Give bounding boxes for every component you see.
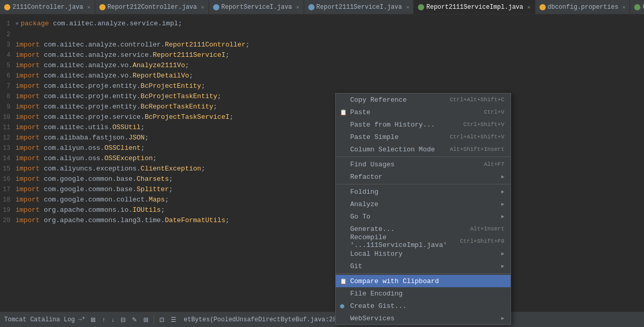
menu-item-file-encoding[interactable]: File Encoding: [336, 287, 511, 300]
submenu-arrow-icon: ▶: [501, 201, 504, 207]
menu-item-local-history[interactable]: Local History ▶: [336, 247, 511, 260]
code-line: 3 import com.aiitec.analyze.controller.R…: [0, 40, 644, 50]
bottom-btn-8[interactable]: ☰: [169, 315, 178, 324]
code-line: 13 import com.aliyun.oss.OSSClient;: [0, 143, 644, 153]
code-line: 12 import com.alibaba.fastjson.JSON;: [0, 133, 644, 143]
code-line: 10 import com.aiitec.proje.service.BcPro…: [0, 112, 644, 122]
menu-label: Compare with Clipboard: [350, 277, 439, 285]
tab-report212controller[interactable]: Report212Controller.java ✕: [95, 0, 209, 14]
code-line: 2: [0, 29, 644, 40]
bottom-btn-6[interactable]: ⊞: [141, 315, 151, 324]
submenu-arrow-icon: ▶: [501, 251, 504, 257]
menu-label: File Encoding: [350, 290, 402, 298]
code-line: 17 import com.google.common.base.Splitte…: [0, 184, 644, 195]
menu-item-recompile[interactable]: Recompile '...111ServiceImpl.java' Ctrl+…: [336, 235, 511, 247]
tab-close-btn[interactable]: ✕: [87, 4, 91, 10]
menu-item-refactor[interactable]: Refactor ▶: [336, 170, 511, 183]
bottom-btn-4[interactable]: ⊟: [118, 315, 128, 324]
menu-item-copy-reference[interactable]: Copy Reference Ctrl+Alt+Shift+C: [336, 94, 511, 106]
menu-item-folding[interactable]: Folding ▶: [336, 185, 511, 198]
tab-report2111servicei[interactable]: Report2111ServiceI.java ✕: [304, 0, 414, 14]
bottom-toolbar: ⊠ ↑ ↓ ⊟ ✎ ⊞ ⊡ ☰: [88, 315, 178, 324]
menu-item-compare-clipboard[interactable]: 📋 Compare with Clipboard: [336, 275, 511, 287]
code-line: 4 import com.aiitec.analyze.service.Repo…: [0, 50, 644, 60]
gist-icon: ⬤: [340, 304, 345, 308]
tab-label: ReportServiceI.java: [221, 4, 292, 11]
tab-dbconfig[interactable]: dbconfig.properties ✕: [535, 0, 631, 14]
menu-shortcut: Alt+F7: [484, 161, 504, 167]
tab-icon-orange: [4, 4, 10, 10]
menu-shortcut: Ctrl+Alt+Shift+C: [450, 97, 504, 103]
menu-item-paste[interactable]: 📋 Paste Ctrl+V: [336, 106, 511, 118]
bottom-panel-label: Tomcat Catalina Log: [4, 316, 75, 323]
tab-close-btn[interactable]: ✕: [527, 4, 530, 10]
menu-label: Analyze: [350, 200, 379, 208]
menu-label: WebServices: [350, 315, 395, 322]
menu-item-analyze[interactable]: Analyze ▶: [336, 198, 511, 210]
code-line: 18 import com.google.common.collect.Maps…: [0, 195, 644, 205]
menu-separator: [336, 273, 511, 274]
bottom-btn-5[interactable]: ✎: [130, 315, 139, 324]
code-line: 6 import com.aiitec.analyze.vo.ReportDet…: [0, 71, 644, 81]
code-line: 20 import org.apache.commons.lang3.time.…: [0, 215, 644, 226]
menu-separator: [336, 157, 511, 157]
tab-label: Report2111ServiceImpl.java: [426, 4, 523, 11]
menu-item-paste-simple[interactable]: Paste Simple Ctrl+Alt+Shift+V: [336, 131, 511, 143]
bottom-arrow: →*: [78, 316, 85, 323]
menu-shortcut: Alt+Shift+Insert: [450, 146, 504, 152]
submenu-arrow-icon: ▶: [501, 189, 504, 195]
context-menu: Copy Reference Ctrl+Alt+Shift+C 📋 Paste …: [335, 93, 511, 325]
main-area: 1 ▼package com.aiitec.analyze.service.im…: [0, 14, 644, 312]
tab-close-btn[interactable]: ✕: [406, 4, 409, 10]
code-line: 16 import com.google.common.base.Charset…: [0, 174, 644, 184]
menu-item-paste-history[interactable]: Paste from History... Ctrl+Shift+V: [336, 118, 511, 131]
code-line: 8 import com.aiitec.proje.entity.BcProje…: [0, 91, 644, 102]
menu-label: Git: [350, 262, 362, 270]
menu-item-column-selection[interactable]: Column Selection Mode Alt+Shift+Insert: [336, 143, 511, 155]
menu-shortcut: Ctrl+Shift+F9: [460, 238, 504, 244]
tab-label: Report212Controller.java: [108, 4, 197, 11]
code-line: 19 import org.apache.commons.io.IOUtils;: [0, 205, 644, 215]
menu-label: Paste: [350, 108, 370, 116]
tab-reportservicei[interactable]: ReportServiceI.java ✕: [209, 0, 304, 14]
menu-label: Paste Simple: [350, 133, 399, 141]
tab-2111controller[interactable]: 2111Controller.java ✕: [0, 0, 95, 14]
tab-label: dbconfig.properties: [548, 4, 619, 11]
menu-item-find-usages[interactable]: Find Usages Alt+F7: [336, 158, 511, 170]
bottom-code-text: etBytes(PooledUnsafeDirectByteBuf.java:2…: [184, 316, 344, 323]
menu-item-create-gist[interactable]: ⬤ Create Gist...: [336, 300, 511, 312]
tab-report2111serviceimpl[interactable]: Report2111ServiceImpl.java ✕: [414, 0, 535, 14]
menu-label: Create Gist...: [350, 302, 407, 310]
code-line: 15 import com.aliyuncs.exceptions.Client…: [0, 164, 644, 174]
code-line: 9 import com.aiitec.proje.entity.BcRepor…: [0, 102, 644, 112]
code-line: 1 ▼package com.aiitec.analyze.service.im…: [0, 19, 644, 29]
submenu-arrow-icon: ▶: [501, 213, 504, 220]
tab-bar: 2111Controller.java ✕ Report212Controlle…: [0, 0, 644, 14]
code-line: 14 import com.aliyun.oss.OSSException;: [0, 153, 644, 164]
menu-label: Generate...: [350, 225, 395, 233]
bottom-btn-7[interactable]: ⊡: [157, 315, 167, 324]
code-line: 7 import com.aiitec.proje.entity.BcProje…: [0, 81, 644, 91]
tab-commentpraise[interactable]: CommentPraiseLogServiceI ✕: [630, 0, 644, 14]
bottom-btn-3[interactable]: ↓: [109, 315, 116, 324]
tab-icon-blue: [308, 4, 314, 10]
tab-close-btn[interactable]: ✕: [622, 4, 625, 10]
menu-shortcut: Ctrl+Shift+V: [463, 121, 504, 128]
tab-close-btn[interactable]: ✕: [296, 4, 299, 10]
menu-item-webservices[interactable]: WebServices ▶: [336, 312, 511, 324]
menu-shortcut: Ctrl+V: [484, 109, 504, 115]
menu-label: Recompile '...111ServiceImpl.java': [350, 233, 450, 249]
separator: [154, 316, 154, 324]
bottom-bar: Tomcat Catalina Log →* ⊠ ↑ ↓ ⊟ ✎ ⊞ ⊡ ☰ e…: [0, 312, 644, 327]
tab-close-btn[interactable]: ✕: [201, 4, 204, 10]
tab-icon-orange: [99, 4, 106, 10]
bottom-btn-2[interactable]: ↑: [100, 315, 107, 324]
tab-label: 2111Controller.java: [12, 4, 83, 11]
menu-label: Copy Reference: [350, 96, 407, 104]
bottom-btn-1[interactable]: ⊠: [88, 315, 98, 324]
menu-item-git[interactable]: Git ▶: [336, 260, 511, 272]
paste-icon: 📋: [340, 109, 347, 116]
code-editor[interactable]: 1 ▼package com.aiitec.analyze.service.im…: [0, 14, 644, 312]
menu-item-go-to[interactable]: Go To ▶: [336, 210, 511, 223]
tab-icon-green: [418, 4, 424, 10]
